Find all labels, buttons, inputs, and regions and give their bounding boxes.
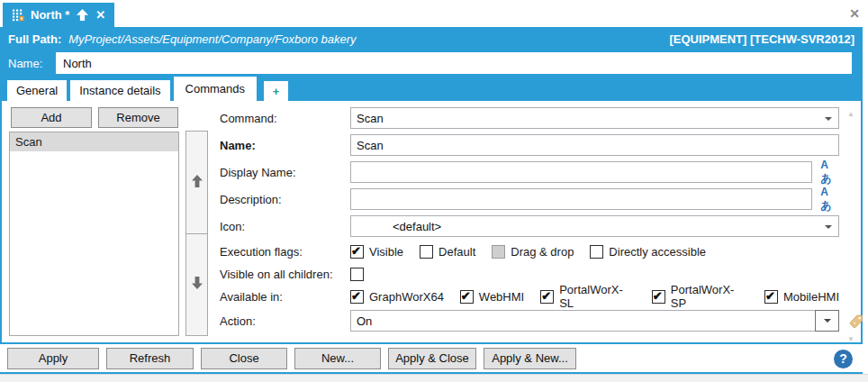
checkbox-label: PortalWorX-SP	[671, 283, 748, 310]
equipment-grid-icon	[12, 9, 24, 22]
full-path-label: Full Path:	[8, 32, 61, 46]
checkbox-box	[350, 290, 364, 304]
checkbox-box	[590, 245, 603, 259]
checkbox-label: PortalWorX-SL	[559, 283, 636, 310]
equipment-editor-window: North * ✕ ✕ Full Path: MyProject/Assets/…	[0, 0, 868, 382]
list-item-scan[interactable]: Scan	[10, 132, 178, 151]
apply-and-close-button[interactable]: Apply & Close	[388, 348, 476, 369]
tab-label: Instance details	[79, 84, 160, 97]
checkbox-box	[350, 245, 364, 259]
document-tab-title: North *	[31, 8, 69, 22]
tab-general[interactable]: General	[7, 80, 67, 101]
add-tab-button[interactable]: +	[264, 81, 288, 101]
commands-tab-page: Add Remove Scan	[0, 101, 863, 342]
checkbox-box	[350, 268, 364, 281]
checkbox-drag-and-drop: Drag & drop	[492, 245, 574, 259]
tab-label: Commands	[185, 82, 245, 96]
checkbox-webhmi[interactable]: WebHMI	[460, 290, 524, 304]
add-command-button[interactable]: Add	[11, 107, 92, 128]
command-value: Scan	[357, 112, 384, 125]
refresh-button[interactable]: Refresh	[106, 348, 194, 369]
list-item-label: Scan	[15, 135, 42, 149]
move-down-button[interactable]	[185, 233, 208, 337]
icon-dropdown[interactable]: <default>	[350, 215, 839, 237]
checkbox-portalworx-sp[interactable]: PortalWorX-SP	[652, 283, 748, 310]
scroll-up-icon[interactable]: ▲	[847, 110, 854, 118]
action-value: On	[357, 314, 372, 328]
icon-value: <default>	[393, 220, 441, 233]
action-dropdown-button[interactable]	[815, 310, 839, 332]
action-combobox: On	[350, 310, 839, 332]
checkbox-box	[652, 290, 665, 304]
up-arrow-icon	[191, 174, 203, 191]
full-path-value: MyProject/Assets/Equipment/Company/Foxbo…	[68, 32, 669, 46]
command-name-input[interactable]	[350, 134, 839, 156]
chevron-down-icon	[825, 225, 832, 229]
checkbox-label: MobileHMI	[783, 290, 839, 304]
tab-strip: General Instance details Commands +	[0, 76, 863, 101]
checkbox-box	[540, 290, 554, 304]
remove-command-button[interactable]: Remove	[98, 107, 178, 128]
document-tab-north[interactable]: North * ✕	[3, 3, 114, 27]
navigate-up-icon[interactable]	[76, 8, 89, 22]
checkbox-label: Directly accessible	[609, 245, 706, 259]
display-name-label: Display Name:	[220, 166, 350, 179]
tab-close-icon[interactable]: ✕	[95, 8, 105, 22]
translate-icon[interactable]: Aあ	[820, 159, 839, 186]
description-label: Description:	[220, 193, 350, 206]
new-button[interactable]: New...	[294, 348, 381, 369]
action-label: Action:	[220, 314, 350, 328]
status-strip	[0, 374, 868, 382]
checkbox-label: Default	[439, 245, 475, 259]
checkbox-graphworx64[interactable]: GraphWorX64	[350, 290, 444, 304]
description-input[interactable]	[350, 188, 812, 210]
apply-and-new-button[interactable]: Apply & New...	[484, 348, 576, 369]
checkbox-directly-accessible[interactable]: Directly accessible	[590, 245, 706, 259]
commands-listbox[interactable]: Scan	[9, 132, 179, 336]
checkbox-label: GraphWorX64	[369, 290, 444, 304]
action-bar: Apply Refresh Close New... Apply & Close…	[0, 342, 863, 374]
tab-label: General	[16, 84, 58, 97]
context-badges: [EQUIPMENT] [TECHW-SVR2012]	[669, 32, 854, 46]
checkbox-visible[interactable]: Visible	[350, 245, 403, 259]
display-name-input[interactable]	[350, 161, 812, 183]
checkbox-box	[460, 290, 474, 304]
checkbox-box	[420, 245, 433, 259]
tab-commands[interactable]: Commands	[174, 77, 257, 101]
checkbox-portalworx-sl[interactable]: PortalWorX-SL	[540, 283, 636, 310]
checkbox-box	[764, 290, 778, 304]
command-label: Command:	[220, 112, 350, 125]
close-button[interactable]: Close	[201, 348, 287, 369]
action-value-field[interactable]: On	[350, 310, 815, 332]
name-label: Name:	[8, 57, 45, 70]
down-arrow-icon	[191, 276, 203, 293]
checkbox-default[interactable]: Default	[420, 245, 475, 259]
move-up-button[interactable]	[185, 131, 208, 234]
chevron-down-icon	[825, 117, 832, 121]
tag-browse-icon[interactable]	[847, 313, 864, 330]
reorder-controls	[185, 131, 208, 336]
help-icon[interactable]: ?	[834, 350, 853, 368]
apply-button[interactable]: Apply	[7, 348, 99, 369]
document-tab-strip: North * ✕ ✕	[0, 0, 868, 27]
command-dropdown[interactable]: Scan	[350, 107, 839, 129]
execution-flags-label: Execution flags:	[220, 245, 350, 259]
command-form: ▲ ▼ Command: Scan Name: Display Name:	[220, 107, 839, 337]
tab-instance-details[interactable]: Instance details	[70, 80, 169, 101]
icon-label: Icon:	[220, 220, 350, 233]
translate-icon[interactable]: Aあ	[820, 186, 839, 214]
entity-header: Full Path: MyProject/Assets/Equipment/Co…	[0, 27, 863, 76]
name-input[interactable]	[56, 52, 852, 74]
checkbox-visible-on-all-children[interactable]	[350, 268, 364, 281]
checkbox-mobilehmi[interactable]: MobileHMI	[764, 290, 839, 304]
available-in-label: Available in:	[220, 290, 350, 304]
visible-on-all-children-label: Visible on all children:	[220, 268, 350, 281]
checkbox-label: WebHMI	[479, 290, 524, 304]
window-close-icon[interactable]: ✕	[849, 6, 860, 21]
chevron-down-icon	[824, 319, 831, 323]
checkbox-label: Drag & drop	[511, 245, 574, 259]
checkbox-box	[492, 245, 505, 259]
checkbox-label: Visible	[369, 245, 403, 259]
command-name-label: Name:	[220, 139, 350, 152]
